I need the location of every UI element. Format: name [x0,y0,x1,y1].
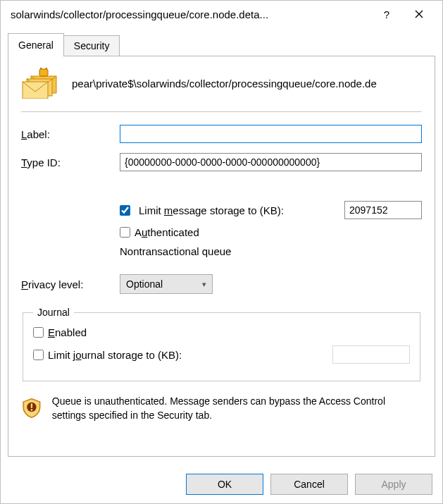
warning-row: Queue is unauthenticated. Message sender… [21,394,422,423]
journal-limit-row: Limit journal storage to (KB): [33,345,410,364]
authenticated-row: Authenticated [120,226,422,238]
journal-limit-label: Limit journal storage to (KB): [48,349,182,361]
privacy-row: Privacy level: Optional ▾ [21,274,422,294]
close-button[interactable] [403,4,435,25]
cancel-button[interactable]: Cancel [270,474,348,495]
tabpage-general: pear\private$\solarwinds/collector/proce… [8,56,435,457]
queue-icon [21,68,59,99]
chevron-down-icon: ▾ [202,280,206,289]
client-area: General Security pear\p [1,27,442,464]
journal-enabled-label: Enabled [48,326,87,338]
form-grid: Label: Type ID: [21,125,422,171]
journal-enabled-row: Enabled [33,326,410,338]
divider [21,111,422,112]
apply-button[interactable]: Apply [355,474,432,495]
tab-security[interactable]: Security [63,35,120,56]
label-label: Label: [21,128,120,140]
typeid-input[interactable] [120,153,422,171]
tab-general[interactable]: General [8,33,64,56]
limit-storage-row: Limit message storage to (KB): [120,201,422,219]
svg-rect-5 [31,403,32,408]
storage-block: Limit message storage to (KB): Authentic… [120,201,422,257]
help-button[interactable]: ? [370,4,403,25]
tab-strip: General Security [8,33,435,56]
ok-button[interactable]: OK [186,474,263,495]
dialog-buttons: OK Cancel Apply [1,464,442,503]
warning-text: Queue is unauthenticated. Message sender… [52,394,422,423]
warning-shield-icon [21,394,42,422]
limit-storage-input[interactable] [344,201,422,219]
nontransactional-label: Nontransactional queue [120,245,422,257]
queue-path: pear\private$\solarwinds/collector/proce… [72,78,377,90]
authenticated-label: Authenticated [135,226,199,238]
privacy-label: Privacy level: [21,278,120,290]
properties-dialog: solarwinds/collector/processingqueue/cor… [0,0,443,504]
window-title: solarwinds/collector/processingqueue/cor… [11,8,370,20]
journal-legend: Journal [33,307,74,318]
title-bar: solarwinds/collector/processingqueue/cor… [1,1,442,27]
close-icon [415,10,423,18]
limit-storage-checkbox[interactable] [120,205,130,216]
svg-point-6 [30,409,32,411]
privacy-combo[interactable]: Optional ▾ [120,274,213,294]
label-input[interactable] [120,125,422,143]
authenticated-checkbox[interactable] [120,227,130,238]
typeid-label: Type ID: [21,156,120,168]
privacy-value: Optional [126,278,163,290]
journal-group: Journal Enabled Limit journal storage to… [23,307,420,381]
journal-limit-checkbox[interactable] [33,350,44,360]
svg-rect-3 [39,69,48,76]
queue-path-row: pear\private$\solarwinds/collector/proce… [21,68,422,99]
journal-limit-input[interactable] [332,345,410,364]
limit-storage-label: Limit message storage to (KB): [139,204,284,216]
journal-enabled-checkbox[interactable] [33,327,44,338]
